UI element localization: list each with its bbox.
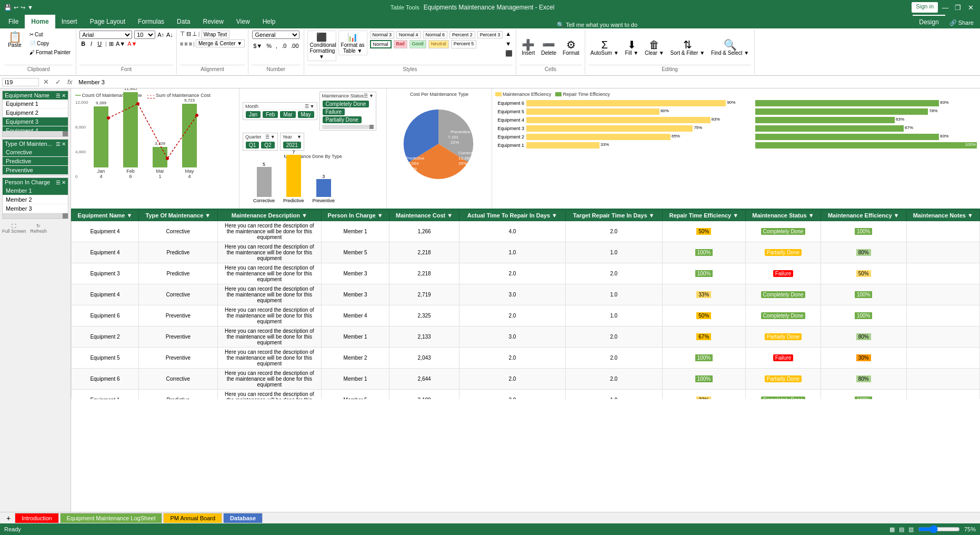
month-jan[interactable]: Jan xyxy=(246,111,261,118)
full-screen-button[interactable]: ⛶ Full Screen xyxy=(2,223,26,234)
slicer-item-predictive[interactable]: Predictive xyxy=(3,157,68,166)
cell-type[interactable]: Corrective xyxy=(138,284,217,305)
status-partially-done[interactable]: Partially Done xyxy=(323,116,362,123)
increase-decimal-button[interactable]: .00 xyxy=(289,42,300,49)
cell-equipment[interactable]: Equipment 4 xyxy=(72,242,139,263)
cell-type[interactable]: Corrective xyxy=(138,221,217,242)
cell-desc[interactable]: Here you can record the description of t… xyxy=(217,326,321,348)
border-button[interactable]: ⊞ xyxy=(109,41,114,47)
month-filter-icon[interactable]: ☰ xyxy=(305,104,309,109)
table-row[interactable]: Equipment 6 Corrective Here you can reco… xyxy=(72,369,980,390)
view-page-layout-icon[interactable]: ▤ xyxy=(899,526,904,533)
cell-person[interactable]: Member 2 xyxy=(321,348,389,369)
undo-icon[interactable]: ↩ xyxy=(14,4,18,11)
tab-database[interactable]: Database xyxy=(223,513,263,523)
styles-more[interactable]: ⬛ xyxy=(505,50,513,57)
cell-desc[interactable]: Here you can record the description of t… xyxy=(217,242,321,263)
align-bottom-button[interactable]: ⊥ xyxy=(192,31,197,38)
slicer-scrollbar[interactable] xyxy=(63,131,68,136)
style-bad[interactable]: Bad xyxy=(394,40,407,48)
wrap-text-button[interactable]: Wrap Text xyxy=(201,31,230,38)
col-header-type[interactable]: Type Of Maintenance ▼ xyxy=(138,210,217,221)
table-row[interactable]: Equipment 4 Corrective Here you can reco… xyxy=(72,221,980,242)
status-failure[interactable]: Failure xyxy=(323,108,345,115)
merge-center-button[interactable]: Merge & Center ▼ xyxy=(196,39,245,47)
cell-notes[interactable] xyxy=(906,242,979,263)
redo-icon[interactable]: ↪ xyxy=(21,4,25,11)
sign-in-button[interactable]: Sign in xyxy=(912,2,938,13)
table-row[interactable]: Equipment 3 Predictive Here you can reco… xyxy=(72,263,980,284)
tab-file[interactable]: File xyxy=(2,15,25,28)
style-good[interactable]: Good xyxy=(409,40,426,48)
cell-actual-time[interactable]: 3.0 xyxy=(459,284,565,305)
cell-equipment[interactable]: Equipment 6 xyxy=(72,305,139,326)
person-clear-icon[interactable]: ✕ xyxy=(62,180,66,185)
status-completely-done[interactable]: Completely Done xyxy=(323,101,369,107)
percent-button[interactable]: % xyxy=(265,42,273,49)
align-right-button[interactable]: ≡ xyxy=(189,41,192,47)
cell-type[interactable]: Preventive xyxy=(138,305,217,326)
style-normal3[interactable]: Normal 3 xyxy=(370,31,395,38)
quick-access-toolbar[interactable]: 💾 ↩ ↪ ▼ xyxy=(4,4,33,11)
italic-button[interactable]: I xyxy=(89,40,94,47)
slicer-item-member3[interactable]: Member 3 xyxy=(3,204,68,213)
style-percent2[interactable]: Percent 2 xyxy=(449,31,475,38)
formula-cancel-icon[interactable]: ✕ xyxy=(41,78,51,86)
fill-button[interactable]: ⬇ Fill ▼ xyxy=(623,38,641,57)
cell-type[interactable]: Predictive xyxy=(138,242,217,263)
cell-target-time[interactable]: 1.0 xyxy=(565,242,662,263)
cell-desc[interactable]: Here you can record the description of t… xyxy=(217,390,321,400)
tab-home[interactable]: Home xyxy=(25,15,55,28)
styles-scroll-up[interactable]: ▲ xyxy=(505,31,513,37)
col-header-equipment[interactable]: Equipment Name ▼ xyxy=(72,210,139,221)
cell-person[interactable]: Member 3 xyxy=(321,263,389,284)
cell-target-time[interactable]: 1.0 xyxy=(565,305,662,326)
slicer-item-equipment4[interactable]: Equipment 4 xyxy=(3,126,68,131)
slicer-item-equipment2[interactable]: Equipment 2 xyxy=(3,108,68,117)
col-header-maint-eff[interactable]: Maintenance Efficiency ▼ xyxy=(821,210,906,221)
cell-person[interactable]: Member 5 xyxy=(321,242,389,263)
tab-logsheet[interactable]: Equipment Maintenance LogSheet xyxy=(60,513,163,523)
month-may[interactable]: May xyxy=(298,111,314,118)
mstatus-scrollbar[interactable] xyxy=(369,125,374,129)
maintenance-type-list[interactable]: Corrective Predictive Preventive xyxy=(3,148,68,175)
comma-button[interactable]: , xyxy=(274,42,279,49)
cell-notes[interactable] xyxy=(906,221,979,242)
person-slicer-scrollbar[interactable] xyxy=(63,213,68,219)
cell-target-time[interactable]: 1.0 xyxy=(565,284,662,305)
cell-actual-time[interactable]: 3.0 xyxy=(459,390,565,400)
mtype-filter-icon[interactable]: ☰ xyxy=(56,141,61,147)
format-painter-button[interactable]: 🖌Format Painter xyxy=(27,48,73,56)
format-cells-button[interactable]: ⚙ Format xyxy=(561,38,582,57)
insert-cells-button[interactable]: ➕ Insert xyxy=(519,38,537,57)
styles-scroll-down[interactable]: ▼ xyxy=(505,41,513,47)
slicer-item-member1[interactable]: Member 1 xyxy=(3,186,68,195)
cell-desc[interactable]: Here you can record the description of t… xyxy=(217,263,321,284)
number-format-select[interactable]: General xyxy=(252,31,299,39)
cell-cost[interactable]: 2,325 xyxy=(389,305,459,326)
font-color-button[interactable]: A▼ xyxy=(127,41,137,47)
cell-type[interactable]: Preventive xyxy=(138,326,217,348)
dropdown-icon[interactable]: ▼ xyxy=(27,4,33,11)
minimize-button[interactable]: — xyxy=(940,2,951,13)
cell-notes[interactable] xyxy=(906,326,979,348)
cell-cost[interactable]: 2,218 xyxy=(389,263,459,284)
cell-actual-time[interactable]: 2.0 xyxy=(459,369,565,390)
formula-confirm-icon[interactable]: ✓ xyxy=(53,78,63,86)
cell-notes[interactable] xyxy=(906,390,979,400)
cell-type[interactable]: Predictive xyxy=(138,263,217,284)
tab-pm-annual[interactable]: PM Annual Board xyxy=(163,513,222,523)
copy-button[interactable]: 📄Copy xyxy=(27,39,73,47)
col-header-target-time[interactable]: Target Repair Time In Days ▼ xyxy=(565,210,662,221)
tab-help[interactable]: Help xyxy=(256,15,282,28)
decrease-decimal-button[interactable]: .0 xyxy=(280,42,288,49)
cell-desc[interactable]: Here you can record the description of t… xyxy=(217,284,321,305)
cell-person[interactable]: Member 4 xyxy=(321,305,389,326)
cell-cost[interactable]: 2,719 xyxy=(389,284,459,305)
zoom-slider[interactable] xyxy=(918,527,960,532)
col-header-cost[interactable]: Maintenance Cost ▼ xyxy=(389,210,459,221)
col-header-person[interactable]: Person In Charge ▼ xyxy=(321,210,389,221)
month-mar[interactable]: Mar xyxy=(280,111,295,118)
cell-equipment[interactable]: Equipment 4 xyxy=(72,221,139,242)
table-row[interactable]: Equipment 4 Predictive Here you can reco… xyxy=(72,242,980,263)
